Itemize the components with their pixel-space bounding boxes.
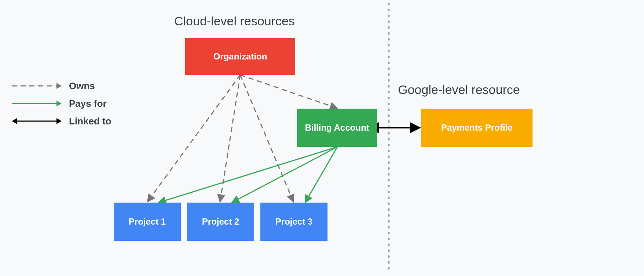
node-project-3: Project 3 — [260, 203, 328, 241]
node-payments-profile: Payments Profile — [421, 109, 533, 147]
edge-pays-billing-to-project3 — [305, 147, 337, 203]
legend-linked-label: Linked to — [69, 116, 111, 127]
heading-google-level: Google-level resource — [398, 83, 520, 97]
legend: Owns Pays for Linked to — [11, 77, 128, 130]
edge-owns-org-to-project3 — [240, 75, 293, 202]
legend-pays-arrow-icon — [11, 99, 62, 108]
edge-pays-billing-to-project2 — [232, 147, 337, 203]
legend-pays-label: Pays for — [69, 98, 107, 109]
legend-owns-label: Owns — [69, 80, 95, 92]
node-project-2: Project 2 — [187, 203, 254, 241]
heading-cloud-level: Cloud-level resources — [174, 14, 295, 28]
edge-owns-org-to-project2 — [220, 75, 240, 202]
legend-linked-arrow-icon — [11, 117, 62, 126]
node-organization: Organization — [185, 38, 295, 75]
legend-row-pays: Pays for — [11, 95, 128, 112]
diagram-canvas: Cloud-level resources Google-level resou… — [0, 0, 644, 276]
edge-pays-billing-to-project1 — [158, 147, 337, 203]
edge-owns-org-to-billing — [240, 75, 337, 108]
legend-owns-arrow-icon — [11, 81, 62, 90]
legend-row-owns: Owns — [11, 77, 128, 95]
legend-row-linked: Linked to — [11, 112, 128, 130]
node-project-1: Project 1 — [114, 203, 181, 241]
node-billing-account: Billing Account — [297, 109, 377, 147]
edge-owns-org-to-project1 — [147, 75, 240, 202]
